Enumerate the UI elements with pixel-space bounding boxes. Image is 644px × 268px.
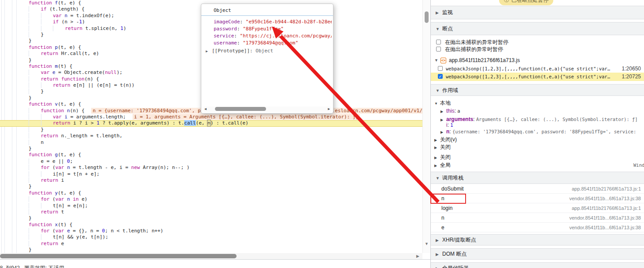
expand-arrow-icon[interactable]: ▶ <box>206 48 212 55</box>
callstack-frame[interactable]: n vendor.8541f11b...6f61a713.js:38 <box>431 213 644 223</box>
scope-group-local[interactable]: ▼本地 <box>431 99 644 106</box>
section-breakpoints[interactable]: ▼断点 <box>431 22 644 35</box>
checkbox[interactable] <box>438 66 443 71</box>
chevron-right-icon[interactable]: ▶ <box>436 7 442 19</box>
code-line: for (var n in e) <box>0 196 423 202</box>
code-line: for (var n = t.length - e, i = new Array… <box>0 165 423 171</box>
scroll-right-icon[interactable]: ▶ <box>416 254 419 258</box>
code-line: } <box>0 127 423 133</box>
section-label: 作用域 <box>442 87 458 93</box>
chevron-down-icon[interactable]: ▼ <box>434 100 440 106</box>
scope-var-i[interactable]: i1 <box>431 121 644 128</box>
chevron-right-icon[interactable]: ▶ <box>434 144 440 151</box>
chevron-down-icon[interactable]: ▼ <box>436 23 442 36</box>
code-line: e = e || 0; <box>0 158 423 165</box>
code-line: } <box>0 247 423 253</box>
scope-group-label: 关闭(v) <box>440 136 457 143</box>
scrollbar-thumb[interactable] <box>215 107 266 111</box>
scroll-left-icon[interactable]: ◀ <box>204 107 207 111</box>
callstack-frame[interactable]: e vendor.8541f11b...6f61a713.js:38 <box>431 223 644 232</box>
frame-function: e <box>441 223 444 232</box>
breakpoint-snippet: webpackJsonp([1,2,3],[,,,,function(t,e,a… <box>446 73 616 81</box>
variable-name: this <box>446 108 457 114</box>
scope-var-this[interactable]: ▶thisa <box>431 107 644 114</box>
scrollbar-thumb[interactable] <box>0 254 237 258</box>
debugger-sidebar: ⓘ已在断点处暂停 ▶监视 ▼断点 在抛出未捕获的异常时暂停 在抛出捕获的异常时暂… <box>430 0 644 268</box>
chevron-right-icon[interactable]: ▶ <box>440 108 446 114</box>
scope-group-label: 关闭 <box>440 144 451 150</box>
chevron-right-icon[interactable]: ▶ <box>434 154 440 161</box>
code-line: return t <box>0 209 423 215</box>
scope-group-closure[interactable]: ▶关闭 <box>431 143 644 151</box>
breakpoint-location: 1:20725 <box>622 73 641 81</box>
popover-horizontal-scrollbar[interactable]: ◀ ▶ <box>204 106 331 112</box>
callstack-frame[interactable]: doSubmit app.8541f11b21766f61a713.js:1 <box>431 184 644 194</box>
object-property: service"https://cj.esloancn.com/pcgway/a… <box>214 33 332 40</box>
status-text: 38 列942 覆盖范围: 不适用 <box>0 264 64 268</box>
frame-function: login <box>441 203 452 213</box>
chevron-right-icon[interactable]: ▶ <box>436 235 442 246</box>
breakpoint-file-name: app.8541f11b21766f61a713.js <box>449 57 520 64</box>
property-value: Object <box>255 48 273 54</box>
editor-horizontal-scrollbar[interactable]: ▶ <box>0 253 422 259</box>
variable-value: {username: '1797368494@qq.com', password… <box>452 129 636 134</box>
code-line: i[n] = t[n + e]; <box>0 171 423 177</box>
chevron-right-icon[interactable]: ▶ <box>440 129 446 135</box>
chevron-right-icon[interactable]: ▶ <box>436 263 442 268</box>
code-line: } <box>0 184 423 190</box>
property-key: username <box>214 40 243 46</box>
frame-location: vendor.8541f11b...6f61a713.js:38 <box>570 213 641 223</box>
section-dom-breakpoints[interactable]: ▶DOM 断点 <box>431 248 644 260</box>
variable-name: i <box>446 122 450 128</box>
editor-vertical-scrollbar[interactable]: ▼ <box>422 0 430 253</box>
code-line: var i = arguments.length; i = 1, argumen… <box>0 114 423 120</box>
section-global-listeners[interactable]: ▶全局侦听器 <box>431 262 644 268</box>
chevron-right-icon[interactable]: ▶ <box>436 249 442 260</box>
scope-var-n[interactable]: ▶n{username: '1797368494@qq.com', passwo… <box>431 128 644 135</box>
section-callstack[interactable]: ▼调用堆栈 <box>431 172 644 184</box>
chevron-down-icon[interactable]: ▼ <box>436 85 442 96</box>
code-line: return e <box>0 241 423 247</box>
section-scope[interactable]: ▼作用域 <box>431 84 644 96</box>
scope-group-global[interactable]: ▶全局 Window <box>431 162 644 169</box>
script-file-icon: <> <box>440 58 446 63</box>
chevron-down-icon[interactable]: ▼ <box>436 173 442 184</box>
property-value: "e950c16e-b944-482d-b28f-b28ee" <box>246 19 332 25</box>
chevron-down-icon[interactable]: ▼ <box>434 57 438 64</box>
prototype-row[interactable]: ▶[[Prototype]]Object <box>206 48 332 55</box>
checkbox-label: 在抛出未捕获的异常时暂停 <box>445 39 508 46</box>
scroll-right-icon[interactable]: ▶ <box>328 107 330 111</box>
variable-value: a <box>457 108 460 114</box>
scrollbar-thumb[interactable] <box>425 11 429 23</box>
property-key: imageCode <box>214 19 246 25</box>
variable-value: 1 <box>450 122 453 128</box>
breakpoint-item-active[interactable]: ✓ webpackJsonp([1,2,3],[,,,,function(t,e… <box>431 73 644 81</box>
property-value: "88Fypeu1fTg=" <box>243 26 284 32</box>
object-property: username"1797368494@qq.com" <box>214 40 332 47</box>
code-line: n <box>0 140 423 146</box>
chevron-right-icon[interactable]: ▶ <box>434 137 440 143</box>
code-line: } <box>0 215 423 221</box>
code-line: for (var e = {}, n = 0; n < t.length; n+… <box>0 228 423 234</box>
scope-group-closure-v[interactable]: ▶关闭(v) <box>431 136 644 143</box>
scope-group-closure[interactable]: ▶关闭 <box>431 154 644 161</box>
property-key: password <box>214 26 243 32</box>
section-watch[interactable]: ▶监视 <box>431 6 644 19</box>
breakpoint-file-group[interactable]: ▼ <> app.8541f11b21766f61a713.js <box>431 57 644 64</box>
inline-eval-value: i = 1, arguments = Arguments [{…}, calle… <box>133 114 360 120</box>
scroll-down-icon[interactable]: ▼ <box>425 242 429 246</box>
section-label: 全局侦听器 <box>442 265 469 268</box>
checkbox-checked[interactable]: ✓ <box>438 74 443 79</box>
pause-caught-exceptions-row[interactable]: 在抛出捕获的异常时暂停 <box>431 46 644 53</box>
section-label: 断点 <box>442 26 453 32</box>
chevron-right-icon[interactable]: ▶ <box>434 162 440 169</box>
checkbox[interactable] <box>436 47 441 51</box>
callstack-frame[interactable]: login app.8541f11b21766f61a713.js:1 <box>431 203 644 213</box>
pause-uncaught-exceptions-row[interactable]: 在抛出未捕获的异常时暂停 <box>431 39 644 46</box>
section-label: XHR/提取断点 <box>442 237 476 243</box>
section-xhr-breakpoints[interactable]: ▶XHR/提取断点 <box>431 234 644 246</box>
info-icon: ⓘ <box>504 0 509 3</box>
breakpoint-item[interactable]: webpackJsonp([1,2,3],[,,,,function(t,e,a… <box>431 65 644 73</box>
code-line: t[n] && y(e, t[n]); <box>0 234 423 240</box>
checkbox[interactable] <box>436 40 441 44</box>
